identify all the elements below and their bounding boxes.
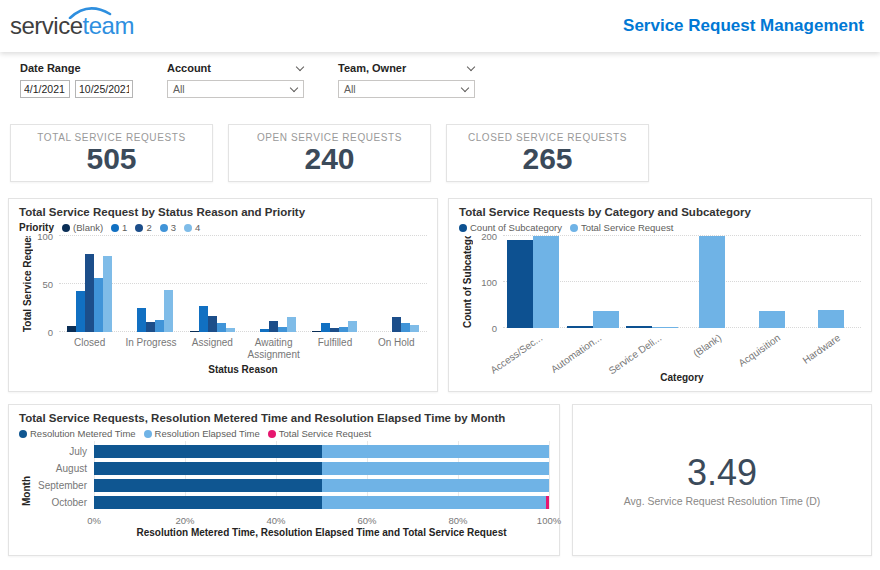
bar-4-on-hold[interactable]	[410, 325, 419, 332]
bar-total-service-request-hardware[interactable]	[818, 310, 844, 328]
kpi-total-service-requests[interactable]: TOTAL SERVICE REQUESTS 505	[10, 124, 213, 182]
chart-panel-resolution-by-month: Total Service Requests, Resolution Meter…	[8, 404, 560, 556]
legend-item-count-of-subcategory[interactable]: Count of Subcategory	[459, 222, 562, 233]
account-value: All	[173, 83, 185, 95]
y-axis-title: Count of Subcategor...	[459, 236, 473, 328]
bar-4-in-progress[interactable]	[164, 290, 173, 332]
bar-4-fulfilled[interactable]	[348, 321, 357, 332]
bar-2-on-hold[interactable]	[392, 317, 401, 332]
bar-3-in-progress[interactable]	[155, 320, 164, 332]
x-tick-label: 80%	[448, 515, 467, 526]
legend-dot-icon	[268, 430, 276, 438]
bars-area	[94, 445, 549, 509]
serviceteam-logo: serviceteam	[10, 14, 134, 38]
legend-item-resolution-metered-time[interactable]: Resolution Metered Time	[19, 428, 136, 439]
bar-total-service-request-acquisition[interactable]	[759, 311, 785, 328]
segment-resolution-elapsed-time-august[interactable]	[322, 462, 550, 475]
legend-item-total-service-request[interactable]: Total Service Request	[268, 428, 371, 439]
kpi-avg-resolution-time[interactable]: 3.49 Avg. Service Request Resolution Tim…	[572, 404, 872, 556]
legend-item-blank[interactable]: (Blank)	[62, 222, 103, 233]
bar-group-service-deli	[622, 236, 682, 328]
category-label-automation: Automation...	[549, 332, 604, 375]
plot-main: 0%20%40%60%80%100%Resolution Metered Tim…	[94, 445, 549, 538]
bar-1-assigned[interactable]	[199, 306, 208, 332]
segment-resolution-metered-time-october[interactable]	[94, 496, 322, 509]
bottom-row: Total Service Requests, Resolution Meter…	[8, 404, 872, 556]
chevron-down-icon	[290, 85, 298, 93]
legend-item-label: Total Service Request	[279, 428, 371, 439]
kpi-value: 505	[86, 144, 136, 174]
category-axis: ClosedIn ProgressAssignedAwaiting Assign…	[59, 332, 427, 364]
bar-3-assigned[interactable]	[217, 323, 226, 332]
legend-dot-icon	[111, 224, 119, 232]
kpi-closed-service-requests[interactable]: CLOSED SERVICE REQUESTS 265	[446, 124, 649, 182]
plot-area	[503, 236, 861, 328]
segment-resolution-elapsed-time-october[interactable]	[322, 496, 546, 509]
bar-1-fulfilled[interactable]	[321, 323, 330, 332]
legend-item-resolution-elapsed-time[interactable]: Resolution Elapsed Time	[144, 428, 260, 439]
bar-1-in-progress[interactable]	[137, 308, 146, 332]
segment-resolution-elapsed-time-september[interactable]	[322, 479, 550, 492]
team-owner-dropdown[interactable]: All	[338, 80, 475, 98]
chart-legend: Resolution Metered TimeResolution Elapse…	[19, 428, 549, 439]
legend-item-3[interactable]: 3	[160, 222, 176, 233]
category-label-blank: (Blank)	[691, 332, 723, 359]
chart-title: Total Service Requests by Category and S…	[459, 206, 861, 218]
legend-item-4[interactable]: 4	[184, 222, 200, 233]
bar-group-assigned	[182, 236, 243, 332]
x-tick-label: 40%	[266, 515, 285, 526]
date-start-input[interactable]	[20, 80, 70, 98]
chart-legend: Count of SubcategoryTotal Service Reques…	[459, 222, 861, 233]
bar-2-closed[interactable]	[85, 254, 94, 332]
legend-item-label: 3	[171, 222, 176, 233]
legend-dot-icon	[135, 224, 143, 232]
chart-legend: Priority(Blank)1234	[19, 222, 427, 233]
legend-item-2[interactable]: 2	[135, 222, 151, 233]
bar-3-closed[interactable]	[94, 278, 103, 332]
bar-2-in-progress[interactable]	[146, 322, 155, 332]
segment-resolution-elapsed-time-july[interactable]	[322, 445, 550, 458]
bar-2-assigned[interactable]	[208, 316, 217, 332]
bar-4-closed[interactable]	[103, 256, 112, 332]
category-axis: Access/Sec...Automation...Service Deli..…	[503, 328, 861, 372]
avg-value: 3.49	[687, 453, 757, 493]
segment-total-service-request-october[interactable]	[546, 496, 549, 509]
bar-group-awaiting-assignment	[243, 236, 304, 332]
segment-resolution-metered-time-july[interactable]	[94, 445, 322, 458]
bar-total-service-request-access-sec[interactable]	[533, 236, 559, 328]
stacked-bar-october	[94, 496, 549, 509]
bar-2-awaiting-assignment[interactable]	[269, 321, 278, 332]
bar-group-hardware	[801, 236, 861, 328]
y-tick-label: 100	[37, 231, 53, 242]
bar-1-closed[interactable]	[76, 291, 85, 332]
legend-item-total-service-request[interactable]: Total Service Request	[570, 222, 673, 233]
category-label-closed: Closed	[59, 332, 120, 364]
legend-item-1[interactable]: 1	[111, 222, 127, 233]
plot-main: Access/Sec...Automation...Service Deli..…	[503, 236, 861, 383]
account-dropdown[interactable]: All	[167, 80, 304, 98]
bar-group-on-hold	[366, 236, 427, 332]
bar-total-service-request-automation[interactable]	[593, 311, 619, 328]
bar-4-awaiting-assignment[interactable]	[287, 317, 296, 332]
date-end-input[interactable]	[75, 80, 133, 98]
category-label-in-progress: In Progress	[120, 332, 181, 364]
gridline	[549, 441, 550, 509]
chevron-down-icon[interactable]	[296, 64, 304, 72]
y-axis: 0100200	[473, 236, 503, 328]
bar-count-of-subcategory-access-sec[interactable]	[507, 240, 533, 328]
segment-resolution-metered-time-september[interactable]	[94, 479, 322, 492]
bar-total-service-request-blank[interactable]	[699, 236, 725, 328]
y-tick-label: 0	[492, 323, 497, 334]
bar-group-access-sec	[503, 236, 563, 328]
bar-groups	[503, 236, 861, 328]
legend-dot-icon	[144, 430, 152, 438]
bar-group-fulfilled	[304, 236, 365, 332]
chevron-down-icon[interactable]	[467, 64, 475, 72]
bar-chart-status-reason: Total Service Request050100ClosedIn Prog…	[19, 236, 427, 375]
bar-3-on-hold[interactable]	[401, 323, 410, 332]
bar-group-blank	[682, 236, 742, 328]
kpi-open-service-requests[interactable]: OPEN SERVICE REQUESTS 240	[228, 124, 431, 182]
page-title: Service Request Management	[623, 16, 864, 36]
y-tick-label: 200	[481, 231, 497, 242]
segment-resolution-metered-time-august[interactable]	[94, 462, 322, 475]
